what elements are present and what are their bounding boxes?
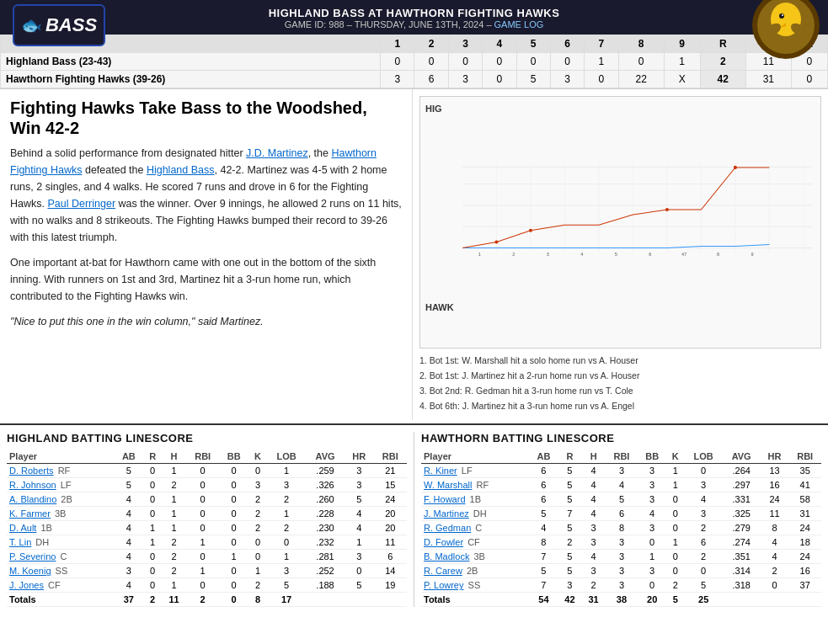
hawthorn-bb-2: 3 xyxy=(638,492,666,507)
highland-inning-6: 0 xyxy=(550,53,584,71)
highland-player-link-5[interactable]: T. Lin xyxy=(9,537,31,547)
chart-panel: HIG HAWK 1 xyxy=(413,89,828,420)
hawthorn-total-bb: 20 xyxy=(638,593,666,607)
highland-lob-2: 2 xyxy=(267,492,306,507)
highland-bb-0: 0 xyxy=(219,464,248,478)
scoreboard: 1 2 3 4 5 6 7 8 9 R H E Highland Bass (2… xyxy=(0,35,828,89)
highland-r-col: R xyxy=(143,450,162,464)
hawthorn-ab-3: 5 xyxy=(530,507,558,521)
highland-totals-row: Totals 37 2 11 2 0 8 17 xyxy=(7,593,407,607)
highland-rbi-6: 0 xyxy=(186,550,219,564)
hawthorn-rbi2-col: RBI xyxy=(788,450,821,464)
highland-total-h: 11 xyxy=(162,593,186,607)
hawthorn-player-link-2[interactable]: F. Howard xyxy=(424,494,466,504)
highland-h-6: 2 xyxy=(162,550,186,564)
highland-runs: 2 xyxy=(700,53,745,71)
highland-ab-6: 4 xyxy=(115,550,144,564)
hawthorn-bb-3: 4 xyxy=(638,507,666,521)
hawthorn-hr-1: 16 xyxy=(761,478,789,492)
hawthorn-lob-2: 4 xyxy=(685,492,723,507)
chart-notes: 1. Bot 1st: W. Marshall hit a solo home … xyxy=(419,354,821,413)
hawthorn-totals-row: Totals 54 42 31 38 20 5 25 xyxy=(421,593,821,607)
highland-player-link-0[interactable]: D. Roberts xyxy=(9,466,54,476)
hawthorn-ab-8: 7 xyxy=(530,578,558,593)
hawthorn-h-col: H xyxy=(582,450,606,464)
hawthorn-inning-6: 3 xyxy=(550,71,584,88)
hawthorn-r-3: 7 xyxy=(558,507,581,521)
svg-text:6: 6 xyxy=(649,252,651,257)
highland-linescore-title: HIGHLAND BATTING LINESCORE xyxy=(7,432,407,444)
bass-logo: 🐟 BASS xyxy=(13,4,105,46)
highland-player-row: R. Johnson LF 5 0 2 0 0 3 3 .326 3 15 xyxy=(7,478,407,492)
hawthorn-h-8: 2 xyxy=(582,578,606,593)
hawthorn-player-link-6[interactable]: B. Madlock xyxy=(424,551,469,562)
highland-rbi-8: 0 xyxy=(186,578,219,593)
hawthorn-bb-8: 0 xyxy=(638,578,666,593)
hawthorn-player-link-0[interactable]: R. Kiner xyxy=(424,466,457,476)
hawthorn-player-link-7[interactable]: R. Carew xyxy=(424,566,462,576)
bass-logo-text: BASS xyxy=(45,14,97,36)
highland-player-pos-1: LF xyxy=(61,480,72,490)
highland-total-avg xyxy=(306,593,345,607)
hawthorn-player-name-0: R. Kiner LF xyxy=(421,464,530,478)
hawthorn-player-link-3[interactable]: J. Martinez xyxy=(424,508,469,519)
highland-player-pos-8: CF xyxy=(48,580,61,590)
hawthorn-rbi2-5: 18 xyxy=(788,535,821,550)
highland-team-name: Highland Bass (23-43) xyxy=(1,53,381,71)
derringer-link[interactable]: Paul Derringer xyxy=(47,198,115,210)
hawthorn-player-row: R. Gedman C 4 5 3 8 3 0 2 .279 8 24 xyxy=(421,521,821,535)
hawthorn-bb-1: 3 xyxy=(638,478,666,492)
highland-ab-1: 5 xyxy=(115,478,144,492)
highland-total-k: 8 xyxy=(248,593,267,607)
hawthorn-player-link-8[interactable]: P. Lowrey xyxy=(424,580,464,590)
hig-line xyxy=(462,245,769,248)
hawthorn-lob-0: 0 xyxy=(685,464,723,478)
highland-inning-2: 0 xyxy=(414,53,448,71)
highland-player-link-3[interactable]: K. Farmer xyxy=(9,508,51,519)
hawthorn-total-rbi2 xyxy=(788,593,821,607)
hawthorn-rbi-7: 3 xyxy=(606,564,638,578)
highland-total-hr xyxy=(345,593,374,607)
hawthorn-rbi-0: 3 xyxy=(606,464,638,478)
highland-total-bb: 0 xyxy=(219,593,248,607)
hawthorn-hits: 31 xyxy=(745,71,791,88)
highland-k-8: 2 xyxy=(248,578,267,593)
highland-h-8: 1 xyxy=(162,578,186,593)
hawthorn-h-3: 4 xyxy=(582,507,606,521)
hawthorn-total-lob: 25 xyxy=(685,593,723,607)
highland-player-link-6[interactable]: P. Severino xyxy=(9,551,56,562)
highland-bb-4: 0 xyxy=(219,521,248,535)
hawthorn-player-link-4[interactable]: R. Gedman xyxy=(424,523,471,533)
hawthorn-player-pos-7: 2B xyxy=(467,566,478,576)
highland-bb-5: 0 xyxy=(219,535,248,550)
hawthorn-hr-3: 11 xyxy=(761,507,789,521)
highland-r-3: 0 xyxy=(143,507,162,521)
hawthorn-player-link-1[interactable]: W. Marshall xyxy=(424,480,472,490)
svg-text:2: 2 xyxy=(512,252,515,257)
hawthorn-ab-1: 6 xyxy=(530,478,558,492)
hawthorn-rbi2-6: 24 xyxy=(788,550,821,564)
highland-player-row: D. Roberts RF 5 0 1 0 0 0 1 .259 3 21 xyxy=(7,464,407,478)
jd-martinez-link[interactable]: J.D. Martinez xyxy=(246,147,308,159)
highland-link[interactable]: Highland Bass xyxy=(147,164,215,176)
hawthorn-k-7: 0 xyxy=(666,564,685,578)
chart-svg: 1 2 3 4 5 6 47 8 9 xyxy=(462,105,812,314)
hawthorn-avg-2: .331 xyxy=(723,492,761,507)
hawthorn-r-4: 5 xyxy=(558,521,581,535)
hawthorn-player-name-6: B. Madlock 3B xyxy=(421,550,530,564)
highland-player-name-3: K. Farmer 3B xyxy=(7,507,115,521)
highland-rbi2-8: 19 xyxy=(374,578,407,593)
highland-lob-3: 1 xyxy=(267,507,306,521)
highland-player-link-4[interactable]: D. Ault xyxy=(9,523,36,533)
hawthorn-inning-4: 0 xyxy=(483,71,516,88)
highland-player-link-1[interactable]: R. Johnson xyxy=(9,480,56,490)
highland-player-link-2[interactable]: A. Blandino xyxy=(9,494,56,504)
highland-player-link-7[interactable]: M. Koenig xyxy=(9,566,51,576)
highland-player-link-8[interactable]: J. Jones xyxy=(9,580,44,590)
highland-player-pos-7: SS xyxy=(56,566,68,576)
inning-5-header: 5 xyxy=(516,35,550,53)
hawthorn-player-row: R. Kiner LF 6 5 4 3 3 1 0 .264 13 35 xyxy=(421,464,821,478)
hawthorn-k-6: 0 xyxy=(666,550,685,564)
hawthorn-player-link-5[interactable]: D. Fowler xyxy=(424,537,463,547)
game-log-link[interactable]: GAME LOG xyxy=(494,19,544,29)
